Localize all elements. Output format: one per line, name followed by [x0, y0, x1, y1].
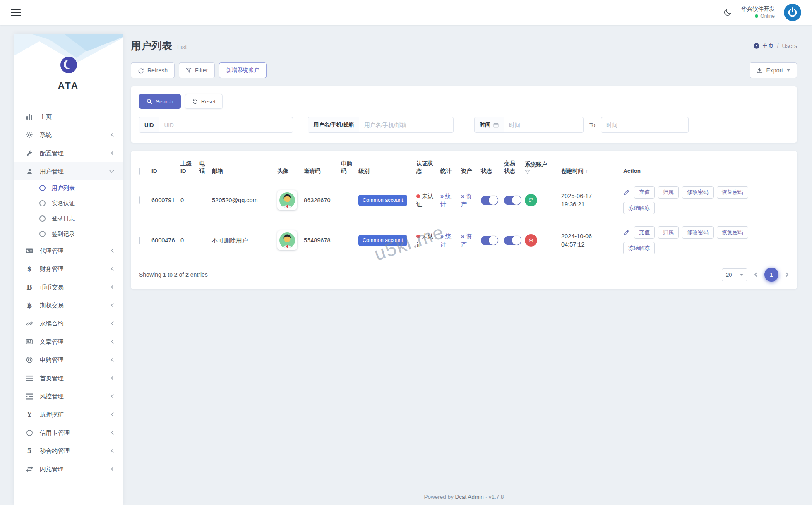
time-from-input[interactable]: [504, 117, 583, 132]
avatar[interactable]: [277, 230, 297, 250]
user-avatar[interactable]: [784, 4, 801, 21]
change-password-button[interactable]: 修改密码: [682, 186, 714, 199]
sidebar-item-flash-exchange[interactable]: 闪兑管理: [14, 460, 123, 478]
column-filter-funnel-icon[interactable]: [525, 170, 557, 175]
col-action: Action: [623, 168, 789, 175]
avatar[interactable]: [277, 190, 297, 210]
sidebar-item-articles[interactable]: 文章管理: [14, 333, 123, 351]
prev-page-button[interactable]: [754, 272, 758, 278]
reset-button[interactable]: Reset: [185, 94, 223, 109]
chevron-left-icon: [111, 151, 114, 156]
system-account-badge: 是: [525, 194, 537, 206]
sidebar-item-subscription[interactable]: 申购管理: [14, 351, 123, 369]
sidebar: ATA 主页 系统 配置管理: [14, 34, 123, 505]
search-panel: Search Reset UID 用户名/手机/邮箱 时间: [131, 86, 797, 143]
page-size-select[interactable]: 20: [722, 268, 747, 281]
sidebar-item-second-contract[interactable]: 5 秒合约管理: [14, 442, 123, 460]
created-at: 2025-06-17 19:36:21: [561, 192, 603, 209]
sidebar-item-homepage[interactable]: 首页管理: [14, 369, 123, 387]
outdent-icon: [24, 393, 34, 400]
assets-link[interactable]: » 资产: [461, 192, 477, 209]
row-checkbox[interactable]: [139, 237, 140, 244]
sidebar-item-label: 秒合约管理: [40, 447, 70, 455]
assets-link[interactable]: » 资产: [461, 232, 477, 249]
sidebar-item-home[interactable]: 主页: [14, 108, 123, 126]
sidebar-item-staking[interactable]: ¥ 质押挖矿: [14, 405, 123, 424]
col-created-at[interactable]: 创建时间↑: [561, 168, 623, 175]
version-label: v1.7.8: [489, 494, 504, 500]
time-to-input[interactable]: [601, 117, 688, 132]
row-checkbox[interactable]: [139, 196, 140, 204]
refresh-button[interactable]: Refresh: [131, 62, 175, 78]
col-invite-code: 邀请码: [304, 168, 341, 175]
chevron-left-icon: [111, 376, 114, 381]
main-content: 用户列表 List 主页 / Users Refresh Filter 新增系统…: [131, 25, 812, 505]
sidebar-subitem-label: 实名认证: [52, 200, 75, 207]
circle-bullet-icon: [39, 185, 46, 191]
sidebar-item-label: 质押挖矿: [40, 411, 64, 419]
chart-bar-icon: [24, 113, 34, 120]
edit-icon[interactable]: [623, 189, 630, 196]
sidebar-item-user-management[interactable]: 用户管理: [14, 162, 123, 180]
dark-mode-moon-icon[interactable]: [723, 8, 732, 17]
invite-code: 86328670: [304, 196, 341, 204]
auth-status: 未认证: [416, 192, 435, 209]
user-id: 6000791: [151, 196, 180, 204]
sidebar-item-options-trade[interactable]: ฿ 期权交易: [14, 296, 123, 314]
sidebar-item-label: 风控管理: [40, 393, 64, 400]
search-button[interactable]: Search: [139, 94, 181, 109]
dollar-icon: $: [24, 265, 34, 273]
add-system-account-button[interactable]: 新增系统账户: [219, 62, 267, 78]
sidebar-item-perpetual[interactable]: 永续合约: [14, 314, 123, 333]
recover-password-button[interactable]: 恢复密码: [717, 186, 748, 199]
stats-link[interactable]: » 统计: [440, 232, 456, 249]
sort-asc-icon: ↑: [585, 168, 588, 174]
status-toggle[interactable]: [481, 196, 498, 205]
breadcrumb: 主页 / Users: [753, 42, 797, 50]
sidebar-item-label: 闪兑管理: [40, 465, 64, 473]
trade-status-toggle[interactable]: [504, 236, 521, 245]
sidebar-item-user-list[interactable]: 用户列表: [14, 180, 123, 196]
user-id: 6000476: [151, 236, 180, 244]
filter-button[interactable]: Filter: [179, 62, 215, 78]
account-input[interactable]: [359, 117, 453, 132]
sidebar-item-agent[interactable]: 代理管理: [14, 242, 123, 260]
freeze-unfreeze-button[interactable]: 冻结解冻: [623, 202, 655, 214]
sidebar-item-config[interactable]: 配置管理: [14, 144, 123, 162]
ownership-button[interactable]: 归属: [658, 186, 679, 199]
ownership-button[interactable]: 归属: [658, 226, 679, 239]
col-purchase-code: 申购码: [341, 160, 358, 175]
freeze-unfreeze-button[interactable]: 冻结解冻: [623, 242, 655, 254]
sidebar-item-finance[interactable]: $ 财务管理: [14, 260, 123, 278]
stats-link[interactable]: » 统计: [440, 192, 456, 209]
recharge-button[interactable]: 充值: [634, 226, 655, 239]
status-toggle[interactable]: [481, 236, 498, 245]
sidebar-item-risk-control[interactable]: 风控管理: [14, 387, 123, 405]
export-button[interactable]: Export: [750, 62, 797, 78]
sidebar-item-system[interactable]: 系统: [14, 126, 123, 144]
uid-input[interactable]: [159, 117, 293, 132]
yen-icon: ¥: [24, 411, 34, 419]
hamburger-menu-icon[interactable]: [11, 7, 21, 18]
time-from-group: 时间: [474, 117, 584, 133]
page-1-button[interactable]: 1: [764, 268, 778, 282]
sidebar-item-credit-card[interactable]: 信用卡管理: [14, 424, 123, 442]
edit-icon[interactable]: [623, 229, 630, 236]
recover-password-button[interactable]: 恢复密码: [717, 226, 748, 239]
breadcrumb-home[interactable]: 主页: [753, 42, 774, 50]
pagination: 20 1: [722, 268, 789, 282]
trade-status-toggle[interactable]: [504, 196, 521, 205]
chevron-left-icon: [111, 412, 114, 417]
dcat-admin-link[interactable]: Dcat Admin: [455, 494, 484, 500]
sidebar-item-checkin-record[interactable]: 签到记录: [14, 226, 123, 242]
next-page-button[interactable]: [785, 272, 789, 278]
circle-bullet-icon: [39, 200, 46, 206]
sidebar-item-spot-trade[interactable]: B 币币交易: [14, 278, 123, 296]
change-password-button[interactable]: 修改密码: [682, 226, 714, 239]
chevron-left-icon: [111, 448, 114, 453]
sidebar-item-login-log[interactable]: 登录日志: [14, 211, 123, 226]
select-all-checkbox[interactable]: [139, 168, 140, 175]
recharge-button[interactable]: 充值: [634, 186, 655, 199]
sidebar-item-real-name-auth[interactable]: 实名认证: [14, 196, 123, 211]
sidebar-item-label: 代理管理: [40, 247, 64, 255]
